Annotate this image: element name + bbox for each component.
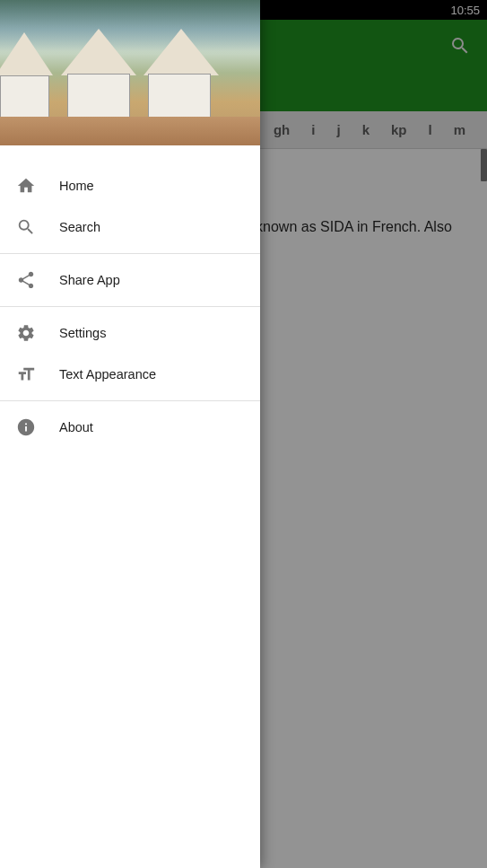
drawer-item-label: About xyxy=(59,420,93,434)
share-icon xyxy=(16,270,59,290)
drawer-item-label: Home xyxy=(59,179,94,193)
drawer-item-label: Settings xyxy=(59,326,106,340)
drawer-list: Home Search Share App Settings Tex xyxy=(0,145,260,868)
divider xyxy=(0,400,260,401)
drawer-item-settings[interactable]: Settings xyxy=(0,312,260,354)
drawer-item-label: Share App xyxy=(59,273,120,287)
drawer-item-about[interactable]: About xyxy=(0,407,260,448)
navigation-drawer: Home Search Share App Settings Tex xyxy=(0,0,260,868)
drawer-item-text-appearance[interactable]: Text Appearance xyxy=(0,354,260,395)
drawer-header-image xyxy=(0,0,260,145)
drawer-item-home[interactable]: Home xyxy=(0,165,260,206)
home-icon xyxy=(16,176,59,196)
drawer-item-search[interactable]: Search xyxy=(0,206,260,248)
drawer-item-label: Search xyxy=(59,220,100,234)
info-icon xyxy=(16,417,59,437)
text-size-icon xyxy=(16,364,59,384)
search-icon xyxy=(16,217,59,237)
divider xyxy=(0,253,260,254)
drawer-item-share[interactable]: Share App xyxy=(0,259,260,301)
gear-icon xyxy=(16,323,59,343)
divider xyxy=(0,306,260,307)
drawer-item-label: Text Appearance xyxy=(59,367,156,381)
